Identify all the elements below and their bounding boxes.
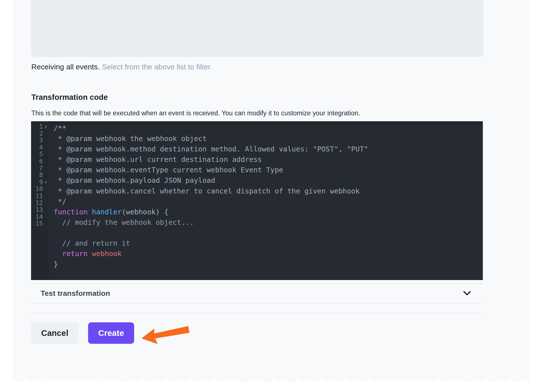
- editor-code-area[interactable]: /** * @param webhook the webhook object …: [49, 121, 483, 280]
- code-line[interactable]: * @param webhook.eventType current webho…: [54, 165, 483, 175]
- line-number: 5: [39, 151, 43, 158]
- code-line[interactable]: */: [54, 196, 483, 207]
- line-number-row: 11: [31, 193, 49, 200]
- test-transformation-toggle[interactable]: Test transformation: [31, 284, 483, 302]
- line-number: 15: [36, 220, 43, 227]
- fold-chevron-icon[interactable]: ∨: [43, 179, 49, 186]
- code-line[interactable]: * @param webhook.method destination meth…: [54, 144, 483, 154]
- line-number-row: 6: [31, 158, 49, 165]
- event-types-list-panel: [31, 0, 483, 57]
- code-line[interactable]: [54, 228, 483, 238]
- line-number: 11: [36, 193, 43, 200]
- line-number-row: 2: [31, 130, 49, 137]
- line-number-row: 8: [31, 172, 49, 179]
- create-button[interactable]: Create: [88, 322, 134, 344]
- filter-note-main: Receiving all events.: [31, 63, 100, 71]
- line-number: 8: [39, 172, 43, 179]
- line-number: 9: [39, 179, 43, 186]
- code-line[interactable]: // and return it: [54, 238, 483, 248]
- test-transformation-label: Test transformation: [41, 289, 110, 298]
- chevron-down-icon: [463, 291, 471, 296]
- line-number-row: 13: [31, 206, 49, 213]
- divider: [31, 283, 483, 284]
- line-number: 1: [39, 123, 43, 130]
- code-line[interactable]: function handler(webhook) {: [54, 207, 483, 217]
- line-number-row: 10: [31, 186, 49, 193]
- line-number-row: 14: [31, 213, 49, 221]
- code-line[interactable]: * @param webhook the webhook object: [54, 133, 483, 144]
- filter-note: Receiving all events. Select from the ab…: [31, 63, 212, 71]
- line-number: 12: [36, 200, 43, 207]
- code-line[interactable]: * @param webhook.payload JSON payload: [54, 175, 483, 186]
- line-number-row: 4: [31, 144, 49, 151]
- code-line[interactable]: * @param webhook.cancel whether to cance…: [54, 186, 483, 196]
- divider: [31, 303, 483, 303]
- transformation-code-editor[interactable]: 1∨23456789∨101112131415 /** * @param web…: [31, 121, 483, 280]
- code-line[interactable]: return webhook: [54, 248, 483, 259]
- line-number: 6: [39, 158, 43, 165]
- card-bottom-edge: [13, 379, 529, 383]
- code-line[interactable]: }: [54, 259, 483, 269]
- code-line[interactable]: * @param webhook.url current destination…: [54, 154, 483, 165]
- line-number: 2: [39, 130, 43, 137]
- code-line[interactable]: /**: [54, 123, 483, 133]
- filter-note-hint: Select from the above list to filter.: [102, 63, 212, 71]
- cancel-button[interactable]: Cancel: [31, 322, 78, 344]
- code-line[interactable]: // modify the webhook object...: [54, 217, 483, 228]
- line-number-row: 15: [31, 220, 49, 227]
- line-number-row: 7: [31, 165, 49, 172]
- line-number-row: 5: [31, 151, 49, 158]
- line-number: 7: [39, 165, 43, 172]
- line-number: 13: [36, 206, 43, 213]
- line-number: 4: [39, 144, 43, 151]
- line-number: 3: [39, 137, 43, 144]
- line-number-row: 12: [31, 200, 49, 207]
- line-number-row: 9∨: [31, 179, 49, 186]
- editor-gutter: 1∨23456789∨101112131415: [31, 121, 49, 280]
- divider: [31, 312, 483, 313]
- fold-chevron-icon[interactable]: ∨: [43, 123, 49, 130]
- transformation-code-title: Transformation code: [31, 93, 108, 102]
- line-number: 10: [36, 186, 43, 193]
- endpoint-form-card: Receiving all events. Select from the ab…: [13, 0, 529, 380]
- line-number: 14: [36, 213, 43, 221]
- transformation-code-description: This is the code that will be executed w…: [31, 109, 360, 117]
- line-number-row: 3: [31, 137, 49, 144]
- line-number-row: 1∨: [31, 123, 49, 130]
